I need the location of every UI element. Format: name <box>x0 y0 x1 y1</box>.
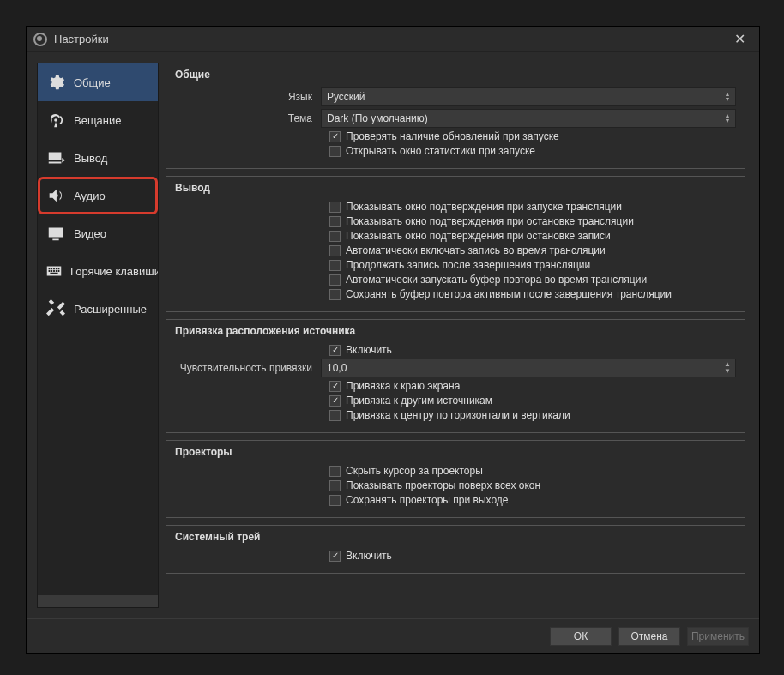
titlebar: Настройки ✕ <box>27 27 759 52</box>
check-label: Привязка к другим источникам <box>346 395 492 407</box>
checkbox-snap-other[interactable] <box>329 395 341 407</box>
check-label: Сохранять проекторы при выходе <box>346 494 509 506</box>
group-title: Вывод <box>175 182 736 194</box>
checkbox-hide-cursor[interactable] <box>329 466 341 477</box>
window-body: Общие Вещание Вывод Аудио Видео Горячие … <box>27 52 759 618</box>
checkbox-auto-record-stream[interactable] <box>329 245 341 256</box>
sensitivity-spinbox[interactable]: 10,0 ▲▼ <box>321 359 736 377</box>
checkbox-check-updates[interactable] <box>329 131 341 142</box>
sidebar-item-label: Вещание <box>74 114 122 127</box>
checkbox-snap-edge[interactable] <box>329 381 341 392</box>
footer: ОК Отмена Применить <box>27 618 759 653</box>
output-icon <box>45 147 67 169</box>
sidebar-item-label: Общие <box>74 76 111 89</box>
tools-icon <box>45 298 67 320</box>
sidebar: Общие Вещание Вывод Аудио Видео Горячие … <box>37 63 159 608</box>
group-title: Привязка расположения источника <box>175 325 736 337</box>
keyboard-icon <box>45 260 63 282</box>
select-value: Русский <box>327 91 365 103</box>
group-source-snap: Привязка расположения источника Включить… <box>166 319 745 433</box>
check-label: Привязка к краю экрана <box>346 380 460 392</box>
checkbox-snap-enable[interactable] <box>329 345 341 356</box>
check-label: Включить <box>346 344 392 356</box>
theme-select[interactable]: Dark (По умолчанию) ▲▼ <box>321 109 736 128</box>
sidebar-item-label: Видео <box>74 227 106 240</box>
group-title: Проекторы <box>175 446 736 458</box>
checkbox-tray-enable[interactable] <box>329 551 341 562</box>
sidebar-item-label: Расширенные <box>74 303 147 316</box>
check-label: Включить <box>346 550 392 562</box>
checkbox-keep-replay-buffer-after-stream[interactable] <box>329 289 341 300</box>
check-label: Привязка к центру по горизонтали и верти… <box>346 409 570 421</box>
checkbox-confirm-stop-stream[interactable] <box>329 216 341 227</box>
sidebar-item-video[interactable]: Видео <box>38 214 158 252</box>
checkbox-snap-center[interactable] <box>329 410 341 421</box>
group-title: Системный трей <box>175 531 736 543</box>
sidebar-item-audio[interactable]: Аудио <box>38 177 158 214</box>
check-label: Открывать окно статистики при запуске <box>346 145 535 157</box>
sidebar-item-label: Вывод <box>74 152 107 165</box>
language-select[interactable]: Русский ▲▼ <box>321 87 736 106</box>
check-label: Показывать проекторы поверх всех окон <box>346 479 540 491</box>
checkbox-auto-replay-buffer[interactable] <box>329 274 341 286</box>
close-button[interactable]: ✕ <box>727 27 752 52</box>
sidebar-scrollbar[interactable] <box>38 595 158 607</box>
obs-icon <box>33 33 47 46</box>
spinner-icon: ▲▼ <box>721 88 733 105</box>
sensitivity-label: Чувствительность привязки <box>175 362 321 374</box>
sidebar-item-label: Горячие клавиши <box>70 265 159 278</box>
sidebar-item-label: Аудио <box>74 190 106 202</box>
sidebar-item-general[interactable]: Общие <box>38 63 158 101</box>
group-general: Общие Язык Русский ▲▼ Тема Dark (По умо <box>166 63 745 169</box>
video-icon <box>45 222 67 244</box>
cancel-button[interactable]: Отмена <box>618 627 680 646</box>
check-label: Показывать окно подтверждения при остано… <box>346 215 634 227</box>
audio-icon <box>45 184 67 207</box>
apply-button[interactable]: Применить <box>687 627 749 646</box>
select-value: Dark (По умолчанию) <box>327 112 428 124</box>
sidebar-item-advanced[interactable]: Расширенные <box>38 290 158 328</box>
sidebar-item-output[interactable]: Вывод <box>38 139 158 177</box>
group-title: Общие <box>175 69 736 81</box>
check-label: Скрыть курсор за проекторы <box>346 465 483 477</box>
checkbox-save-projectors[interactable] <box>329 495 341 506</box>
theme-label: Тема <box>175 112 321 124</box>
spinner-icon: ▲▼ <box>721 359 733 377</box>
window-title: Настройки <box>54 33 109 45</box>
check-label: Автоматически запускать буфер повтора во… <box>346 274 647 286</box>
gear-icon <box>45 71 67 93</box>
broadcast-icon <box>45 109 67 131</box>
check-label: Показывать окно подтверждения при запуск… <box>346 201 622 213</box>
checkbox-confirm-start-stream[interactable] <box>329 202 341 213</box>
checkbox-confirm-stop-record[interactable] <box>329 231 341 242</box>
settings-content: Общие Язык Русский ▲▼ Тема Dark (По умо <box>166 63 749 608</box>
language-label: Язык <box>175 91 321 103</box>
sidebar-item-stream[interactable]: Вещание <box>38 101 158 139</box>
checkbox-open-stats[interactable] <box>329 146 341 157</box>
spinbox-value: 10,0 <box>327 362 347 374</box>
check-label: Автоматически включать запись во время т… <box>346 244 606 256</box>
ok-button[interactable]: ОК <box>550 627 612 646</box>
checkbox-projectors-on-top[interactable] <box>329 480 341 491</box>
settings-window: Настройки ✕ Общие Вещание Вывод Аудио <box>26 26 760 654</box>
check-label: Показывать окно подтверждения при остано… <box>346 230 611 242</box>
group-system-tray: Системный трей Включить <box>166 525 745 574</box>
check-label: Проверять наличие обновлений при запуске <box>346 130 559 142</box>
checkbox-keep-record-after-stream[interactable] <box>329 260 341 271</box>
group-output: Вывод Показывать окно подтверждения при … <box>166 176 745 312</box>
check-label: Сохранять буфер повтора активным после з… <box>346 288 672 300</box>
sidebar-item-hotkeys[interactable]: Горячие клавиши <box>38 252 158 290</box>
group-projectors: Проекторы Скрыть курсор за проекторы Пок… <box>166 440 745 518</box>
spinner-icon: ▲▼ <box>721 110 733 127</box>
check-label: Продолжать запись после завершения транс… <box>346 259 590 271</box>
